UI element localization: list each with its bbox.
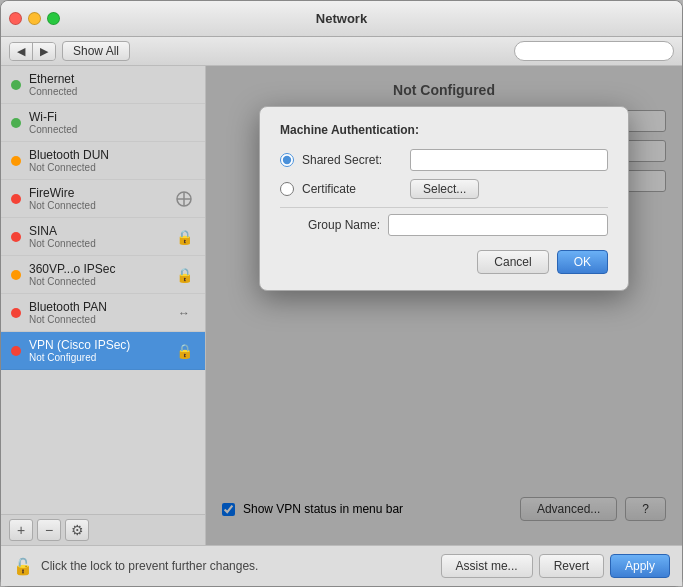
status-dot-firewire [11,194,21,204]
right-panel: Not Configured Server Address: Account N… [206,66,682,545]
item-status-bluetooth-pan: Not Connected [29,314,165,325]
show-all-button[interactable]: Show All [62,41,130,61]
item-name-bluetooth-dun: Bluetooth DUN [29,148,195,162]
nav-buttons: ◀ ▶ [9,42,56,61]
status-dot-ethernet [11,80,21,90]
modal-divider [280,207,608,208]
status-dot-bluetooth-dun [11,156,21,166]
ok-button[interactable]: OK [557,250,608,274]
item-name-vpn: VPN (Cisco IPSec) [29,338,165,352]
revert-button[interactable]: Revert [539,554,604,578]
item-status-bluetooth-dun: Not Connected [29,162,195,173]
item-status-360vp: Not Connected [29,276,165,287]
certificate-label: Certificate [302,182,402,196]
status-dot-wifi [11,118,21,128]
cancel-button[interactable]: Cancel [477,250,548,274]
item-status-ethernet: Connected [29,86,195,97]
lock-text: Click the lock to prevent further change… [41,559,433,573]
assist-button[interactable]: Assist me... [441,554,533,578]
status-dot-bluetooth-pan [11,308,21,318]
add-network-button[interactable]: + [9,519,33,541]
certificate-radio[interactable] [280,182,294,196]
search-input[interactable] [514,41,674,61]
network-action-button[interactable]: ⚙ [65,519,89,541]
firewire-icon [173,188,195,210]
360vp-lock-icon: 🔒 [173,264,195,286]
sidebar-item-bluetooth-pan[interactable]: Bluetooth PAN Not Connected ↔ [1,294,205,332]
shared-secret-radio[interactable] [280,153,294,167]
sidebar: Ethernet Connected Wi-Fi Connected Bluet… [1,66,206,545]
group-name-label: Group Name: [290,218,380,232]
modal-title: Machine Authentication: [280,123,608,137]
group-name-input[interactable] [388,214,608,236]
item-name-ethernet: Ethernet [29,72,195,86]
item-name-bluetooth-pan: Bluetooth PAN [29,300,165,314]
modal-overlay: Machine Authentication: Shared Secret: C… [206,66,682,545]
maximize-button[interactable] [47,12,60,25]
item-status-vpn: Not Configured [29,352,165,363]
modal-buttons: Cancel OK [280,250,608,274]
shared-secret-input[interactable] [410,149,608,171]
item-name-firewire: FireWire [29,186,165,200]
sidebar-item-firewire[interactable]: FireWire Not Connected [1,180,205,218]
window-title: Network [316,11,367,26]
close-button[interactable] [9,12,22,25]
sina-lock-icon: 🔒 [173,226,195,248]
lock-icon: 🔓 [13,557,33,576]
shared-secret-label: Shared Secret: [302,153,402,167]
titlebar: Network [1,1,682,37]
item-status-wifi: Connected [29,124,195,135]
main-content: Ethernet Connected Wi-Fi Connected Bluet… [1,66,682,545]
item-name-sina: SINA [29,224,165,238]
remove-network-button[interactable]: − [37,519,61,541]
item-status-firewire: Not Connected [29,200,165,211]
select-certificate-button[interactable]: Select... [410,179,479,199]
status-dot-360vp [11,270,21,280]
item-status-sina: Not Connected [29,238,165,249]
group-name-row: Group Name: [280,214,608,236]
forward-button[interactable]: ▶ [33,43,55,60]
status-dot-sina [11,232,21,242]
shared-secret-row: Shared Secret: [280,149,608,171]
vpn-lock-icon: 🔒 [173,340,195,362]
bluetooth-pan-icon: ↔ [173,302,195,324]
sidebar-item-bluetooth-dun[interactable]: Bluetooth DUN Not Connected [1,142,205,180]
bottom-buttons: Assist me... Revert Apply [441,554,670,578]
back-button[interactable]: ◀ [10,43,33,60]
bottom-bar: 🔓 Click the lock to prevent further chan… [1,545,682,586]
sidebar-item-wifi[interactable]: Wi-Fi Connected [1,104,205,142]
minimize-button[interactable] [28,12,41,25]
auth-modal: Machine Authentication: Shared Secret: C… [259,106,629,291]
main-window: Network ◀ ▶ Show All Ethernet Connected [0,0,683,587]
sidebar-actions: + − ⚙ [1,514,205,545]
traffic-lights [9,12,60,25]
certificate-row: Certificate Select... [280,179,608,199]
item-name-360vp: 360VP...o IPSec [29,262,165,276]
sidebar-item-360vp[interactable]: 360VP...o IPSec Not Connected 🔒 [1,256,205,294]
apply-button[interactable]: Apply [610,554,670,578]
status-dot-vpn [11,346,21,356]
toolbar: ◀ ▶ Show All [1,37,682,66]
sidebar-item-sina[interactable]: SINA Not Connected 🔒 [1,218,205,256]
sidebar-item-vpn[interactable]: VPN (Cisco IPSec) Not Configured 🔒 [1,332,205,370]
sidebar-item-ethernet[interactable]: Ethernet Connected [1,66,205,104]
item-name-wifi: Wi-Fi [29,110,195,124]
